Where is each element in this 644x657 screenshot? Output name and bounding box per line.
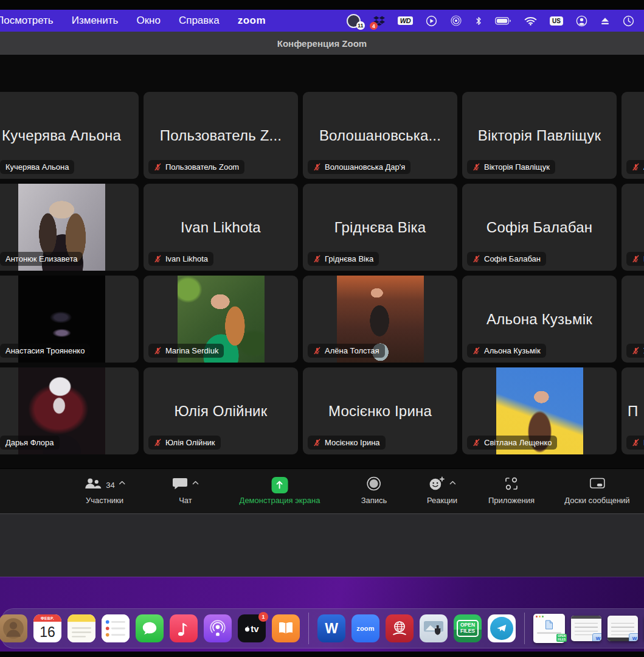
- participant-tile[interactable]: Вікторія ПавліщукВікторія Павліщук: [462, 92, 617, 179]
- participant-tile[interactable]: ПП: [621, 367, 644, 454]
- zoom-toolbar: 34 Участники Чат: [0, 468, 644, 514]
- minimized-openfiles-window[interactable]: OPENFILES: [533, 614, 565, 643]
- share-screen-button[interactable]: Демонстрация экрана: [240, 476, 320, 505]
- dock-contacts-icon[interactable]: [0, 614, 27, 642]
- participant-grid: Кучерява АльонаКучерява АльонаПользовате…: [0, 92, 644, 454]
- participant-name-label: А: [626, 160, 644, 174]
- participant-tile[interactable]: Світлана Лещенко: [462, 367, 617, 454]
- bluetooth-icon[interactable]: [475, 14, 482, 27]
- participant-tile[interactable]: Мосієнко ІринаМосієнко Ірина: [303, 367, 457, 454]
- mic-muted-icon: [632, 255, 640, 263]
- play-status-icon[interactable]: [426, 14, 437, 27]
- participant-tile[interactable]: Антонюк Елизавета: [0, 184, 139, 271]
- openfiles-label: OPEN FILES: [457, 620, 479, 637]
- participant-name-label: Мосієнко Ірина: [308, 436, 386, 450]
- dock-preview-icon[interactable]: [420, 614, 448, 642]
- chat-label: Чат: [179, 496, 192, 505]
- dock-messages-icon[interactable]: [136, 614, 164, 642]
- dock-telegram-icon[interactable]: [488, 614, 516, 642]
- participant-tile[interactable]: Marina Serdiuk: [144, 276, 298, 363]
- mic-muted-icon: [473, 347, 480, 355]
- participant-tile[interactable]: В: [621, 184, 644, 271]
- dropbox-badge-count: 4: [370, 22, 378, 30]
- dock-calendar-icon[interactable]: ФЕВР. 16: [33, 614, 61, 642]
- minimized-document-window[interactable]: W: [571, 616, 601, 641]
- whiteboard-button[interactable]: Доски сообщений: [564, 476, 629, 505]
- dock-openfiles-icon[interactable]: OPEN FILES: [454, 614, 482, 642]
- participant-name-label: Кучерява Альона: [0, 160, 74, 174]
- participant-tile[interactable]: Альона КузьмікАльона Кузьмік: [462, 276, 617, 363]
- participant-tile[interactable]: Алёна Толстая: [303, 276, 457, 363]
- menu-item-edit[interactable]: Изменить: [72, 15, 119, 27]
- participant-tile[interactable]: А: [621, 92, 644, 179]
- eject-icon[interactable]: [600, 14, 610, 27]
- dock-notes-icon[interactable]: [68, 614, 95, 642]
- participant-tile[interactable]: У: [621, 276, 644, 363]
- mic-muted-icon: [632, 347, 640, 355]
- participants-button[interactable]: 34 Участники: [83, 476, 125, 505]
- chat-button[interactable]: Чат: [172, 476, 199, 505]
- dock-divider: [308, 613, 309, 644]
- airplay-icon[interactable]: [450, 14, 462, 27]
- dock-reminders-icon[interactable]: [102, 614, 130, 642]
- dock-appletv-icon[interactable]: tv 1: [238, 614, 266, 642]
- menu-item-zoom[interactable]: zoom: [238, 15, 266, 27]
- participant-tile[interactable]: Пользователь Z...Пользователь Zoom: [144, 92, 298, 179]
- calendar-month: ФЕВР.: [33, 614, 61, 622]
- screen-bottom-edge: [0, 652, 644, 657]
- meeting-area: Кучерява АльонаКучерява АльонаПользовате…: [0, 55, 644, 468]
- participant-tile[interactable]: Кучерява АльонаКучерява Альона: [0, 92, 139, 179]
- mic-muted-icon: [154, 163, 162, 171]
- dock-word-icon[interactable]: W: [317, 614, 345, 642]
- time-machine-icon[interactable]: [623, 14, 634, 27]
- app-notification-icon[interactable]: 11: [347, 14, 361, 27]
- reactions-button[interactable]: Реакции: [427, 476, 457, 505]
- participant-tile[interactable]: Ivan LikhotaIvan Likhota: [144, 184, 298, 271]
- apps-button[interactable]: Приложения: [488, 476, 535, 505]
- dock-zoom-icon[interactable]: zoom: [351, 614, 379, 642]
- dock-encyclopedia-icon[interactable]: [386, 614, 414, 642]
- chevron-up-icon[interactable]: [192, 481, 199, 485]
- user-account-icon[interactable]: [576, 14, 587, 27]
- participant-tile[interactable]: Софія БалабанСофія Балабан: [462, 184, 617, 271]
- screen: Посмотреть Изменить Окно Справка zoom 11…: [0, 0, 644, 657]
- battery-icon[interactable]: [495, 14, 511, 27]
- mic-muted-icon: [473, 255, 480, 263]
- mic-muted-icon: [154, 255, 162, 263]
- participant-name-label: Marina Serdiuk: [148, 344, 224, 358]
- participant-tile[interactable]: Юлія ОлійникЮлія Олійник: [144, 367, 298, 454]
- record-button[interactable]: Запись: [361, 476, 387, 505]
- participant-tile[interactable]: Гріднєва ВікаГріднєва Віка: [303, 184, 457, 271]
- menu-item-view[interactable]: Посмотреть: [0, 15, 54, 27]
- chevron-up-icon[interactable]: [119, 481, 126, 485]
- menu-items: Посмотреть Изменить Окно Справка zoom: [0, 15, 266, 27]
- dock-music-icon[interactable]: [170, 614, 198, 642]
- participant-name-label: Волошановська Дар'я: [308, 160, 410, 174]
- participant-tile[interactable]: Волошановська...Волошановська Дар'я: [303, 92, 457, 179]
- participant-name-label: Гріднєва Віка: [308, 252, 379, 266]
- appletv-badge: 1: [258, 612, 268, 622]
- word-mini-badge: W: [629, 633, 638, 641]
- chat-icon: [172, 477, 188, 493]
- keyboard-layout-icon[interactable]: US: [550, 14, 563, 27]
- minimized-document-window[interactable]: W: [608, 616, 638, 641]
- dock-podcasts-icon[interactable]: [204, 614, 232, 642]
- reactions-icon: [428, 476, 445, 493]
- wifi-icon[interactable]: [524, 14, 537, 27]
- mic-muted-icon: [473, 439, 480, 447]
- participant-tile[interactable]: Анастасия Трояненко: [0, 276, 139, 363]
- dropbox-icon[interactable]: 4: [373, 14, 385, 27]
- dock-books-icon[interactable]: [272, 614, 300, 642]
- participant-tile[interactable]: Дарья Флора: [0, 367, 139, 454]
- chevron-up-icon[interactable]: [449, 481, 456, 485]
- wd-drive-icon[interactable]: WD: [398, 14, 413, 27]
- openfiles-mini-badge: OPENFILES: [556, 634, 567, 642]
- participant-name-label: Юлія Олійник: [148, 436, 221, 450]
- menu-item-help[interactable]: Справка: [179, 15, 220, 27]
- menu-item-window[interactable]: Окно: [136, 15, 161, 27]
- participant-name-label: Алёна Толстая: [308, 344, 385, 358]
- mic-muted-icon: [154, 347, 162, 355]
- screen-top-edge: [0, 0, 644, 10]
- participant-name-label: Ivan Likhota: [148, 252, 213, 266]
- calendar-day: 16: [40, 622, 55, 642]
